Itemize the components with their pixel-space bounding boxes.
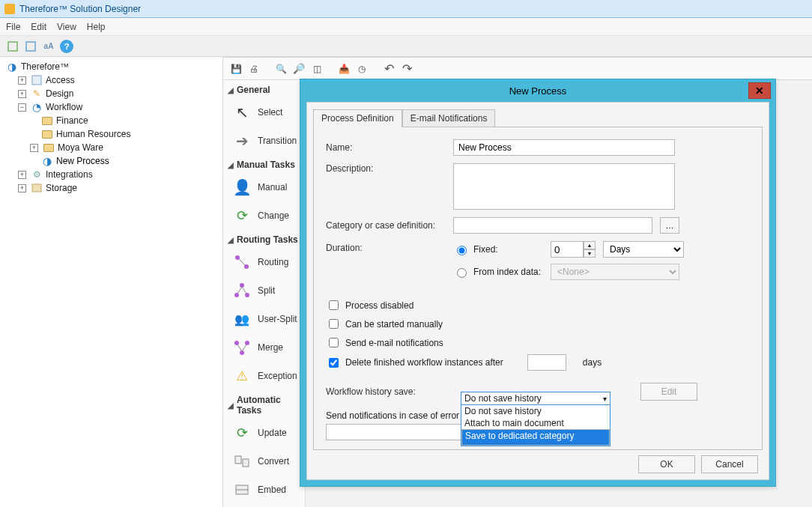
caret-icon: ◢ bbox=[228, 236, 234, 244]
section-label: Manual Tasks bbox=[237, 160, 295, 170]
expand-icon[interactable]: + bbox=[18, 171, 26, 179]
cursor-icon: ↖ bbox=[232, 103, 252, 122]
collapse-icon[interactable]: − bbox=[18, 103, 26, 112]
name-input[interactable] bbox=[453, 139, 675, 156]
canvas-toolbar: 💾 🖨 🔍 🔎 ◫ 📥 ◷ ↶ ↷ bbox=[223, 58, 812, 80]
chk-start-manually[interactable] bbox=[329, 319, 339, 329]
toolbar-icon-1[interactable] bbox=[6, 40, 19, 53]
palette-split[interactable]: Split bbox=[223, 276, 305, 305]
chk-delete-finished[interactable] bbox=[329, 358, 339, 368]
item-label: Routing bbox=[258, 257, 288, 267]
menu-help[interactable]: Help bbox=[87, 22, 106, 32]
navigation-tree: ◑ Therefore™ + Access + ✎ Design bbox=[0, 57, 223, 507]
palette-change[interactable]: ⟳ Change bbox=[223, 201, 305, 230]
expand-icon[interactable]: + bbox=[18, 90, 26, 98]
item-label: Embed bbox=[258, 485, 286, 495]
dropdown-option-nohistory[interactable]: Do not save history bbox=[461, 405, 610, 417]
history-save-dropdown[interactable]: Do not save history ▾ Do not save histor… bbox=[461, 392, 610, 446]
redo-icon[interactable]: ↷ bbox=[400, 62, 413, 76]
category-input[interactable] bbox=[453, 217, 652, 234]
routing-icon bbox=[232, 252, 252, 272]
palette-select[interactable]: ↖ Select bbox=[223, 98, 305, 127]
tree-access[interactable]: + Access bbox=[18, 73, 222, 87]
dropdown-option-attach[interactable]: Attach to main document bbox=[461, 417, 610, 429]
label-category: Category or case definition: bbox=[326, 220, 446, 231]
dialog-titlebar[interactable]: New Process ✕ bbox=[300, 79, 775, 102]
chk-send-email[interactable] bbox=[329, 338, 339, 347]
tab-process-definition[interactable]: Process Definition bbox=[313, 109, 402, 127]
label-description: Description: bbox=[326, 163, 446, 174]
toolbar-icon-3[interactable]: aA bbox=[42, 40, 55, 53]
tab-email-notifications[interactable]: E-mail Notifications bbox=[402, 109, 496, 127]
palette-section-routing[interactable]: ◢ Routing Tasks bbox=[223, 230, 305, 248]
menu-view[interactable]: View bbox=[57, 22, 76, 32]
svg-point-9 bbox=[245, 293, 249, 297]
folder-icon bbox=[41, 128, 53, 140]
radio-index[interactable] bbox=[457, 268, 467, 278]
section-label: Routing Tasks bbox=[237, 234, 298, 245]
palette-section-general[interactable]: ◢ General bbox=[223, 80, 305, 98]
tree-newprocess[interactable]: ◑ New Process bbox=[30, 154, 222, 168]
duration-value-input[interactable] bbox=[551, 241, 584, 258]
menu-file[interactable]: File bbox=[6, 22, 20, 32]
palette-section-manual[interactable]: ◢ Manual Tasks bbox=[223, 155, 305, 173]
tree-storage-label: Storage bbox=[46, 183, 77, 193]
palette-section-auto[interactable]: ◢ Automatic Tasks bbox=[223, 390, 305, 419]
radio-fixed-wrap[interactable]: Fixed: bbox=[453, 243, 543, 255]
zoom-in-icon[interactable]: 🔍 bbox=[274, 62, 288, 76]
expand-icon[interactable]: + bbox=[18, 184, 26, 192]
category-browse-button[interactable]: … bbox=[660, 217, 679, 234]
palette-routing[interactable]: Routing bbox=[223, 248, 305, 276]
expand-icon[interactable]: + bbox=[30, 144, 38, 152]
ok-button[interactable]: OK bbox=[638, 455, 695, 473]
tree-design[interactable]: + ✎ Design bbox=[18, 87, 222, 100]
radio-index-wrap[interactable]: From index data: bbox=[453, 266, 543, 278]
dropdown-option-dedicated[interactable]: Save to dedicated category bbox=[461, 429, 610, 446]
cancel-button[interactable]: Cancel bbox=[701, 455, 758, 473]
tree-storage[interactable]: + Storage bbox=[18, 181, 222, 195]
item-label: Split bbox=[258, 285, 275, 296]
tree-root[interactable]: ◑ Therefore™ bbox=[6, 60, 222, 73]
help-icon[interactable]: ? bbox=[60, 40, 73, 53]
import-icon[interactable]: 📥 bbox=[337, 62, 351, 76]
tree-workflow[interactable]: − ◔ Workflow bbox=[18, 100, 222, 114]
save-icon[interactable]: 💾 bbox=[229, 62, 243, 76]
clock-icon[interactable]: ◷ bbox=[355, 62, 369, 76]
days-label: days bbox=[583, 357, 602, 368]
duration-unit-select[interactable]: Days bbox=[603, 241, 684, 258]
fit-icon[interactable]: ◫ bbox=[310, 62, 324, 76]
radio-fixed[interactable] bbox=[457, 246, 467, 255]
zoom-out-icon[interactable]: 🔎 bbox=[292, 62, 306, 76]
toolbar-icon-2[interactable] bbox=[24, 40, 37, 53]
spin-down-button[interactable]: ▼ bbox=[584, 249, 596, 258]
palette-exception[interactable]: ⚠ Exception bbox=[223, 362, 305, 390]
spin-up-button[interactable]: ▲ bbox=[584, 241, 596, 249]
palette-update[interactable]: ⟳ Update bbox=[223, 419, 305, 447]
palette-merge[interactable]: Merge bbox=[223, 333, 305, 362]
menu-edit[interactable]: Edit bbox=[31, 22, 46, 32]
chk-label-disabled: Process disabled bbox=[345, 300, 413, 311]
description-textarea[interactable] bbox=[453, 163, 675, 210]
print-icon[interactable]: 🖨 bbox=[247, 62, 261, 76]
item-label: Transition bbox=[258, 136, 297, 146]
chk-process-disabled[interactable] bbox=[329, 300, 339, 310]
close-button[interactable]: ✕ bbox=[748, 82, 771, 99]
user-split-icon: 👥 bbox=[232, 309, 252, 329]
tree-hr[interactable]: Human Resources bbox=[30, 127, 222, 141]
palette-embed[interactable]: Embed bbox=[223, 476, 305, 504]
palette-convert[interactable]: Convert bbox=[223, 447, 305, 476]
tree-moya[interactable]: + Moya Ware bbox=[30, 141, 222, 154]
item-label: Convert bbox=[258, 456, 289, 467]
palette-transition[interactable]: ➔ Transition bbox=[223, 127, 305, 155]
delete-days-input[interactable] bbox=[527, 354, 566, 371]
svg-rect-17 bbox=[235, 456, 241, 464]
tab-content: Name: Description: Category or case defi… bbox=[313, 127, 763, 450]
palette-manual[interactable]: 👤 Manual bbox=[223, 173, 305, 201]
undo-icon[interactable]: ↶ bbox=[382, 62, 396, 76]
expand-icon[interactable]: + bbox=[18, 76, 26, 85]
folder-icon bbox=[43, 142, 55, 154]
merge-icon bbox=[232, 338, 252, 357]
tree-finance[interactable]: Finance bbox=[30, 114, 222, 127]
palette-usersplit[interactable]: 👥 User-Split bbox=[223, 305, 305, 333]
tree-integrations[interactable]: + ⚙ Integrations bbox=[18, 168, 222, 181]
